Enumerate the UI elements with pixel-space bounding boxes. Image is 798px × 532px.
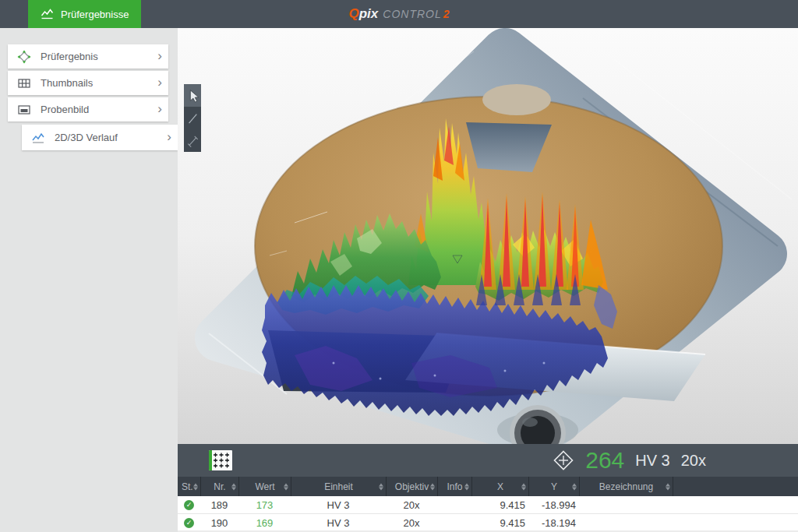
col-label: Bezeichnung [599, 481, 653, 492]
cell-info [437, 496, 471, 513]
logo-q: Q [348, 6, 358, 22]
app-header: Prüfergebnisse Qpix CONTROL 2 [0, 0, 798, 28]
sidebar: Prüfergebnis › Thumbnails › Probenbild › [0, 28, 178, 532]
col-label: Info [447, 481, 462, 492]
cell-y: -18.994 [528, 496, 579, 513]
cell-objektiv: 20x [386, 496, 437, 513]
chevron-right-icon: › [157, 49, 162, 62]
col-label: St. [182, 481, 193, 492]
cell-wert: 173 [256, 499, 274, 511]
qpix-control-app: Prüfergebnisse Qpix CONTROL 2 Prüfergebn… [0, 0, 798, 532]
logo-product: CONTROL [383, 8, 441, 20]
sidebar-item-label: Thumbnails [41, 77, 157, 89]
sort-icon [193, 483, 198, 490]
sidebar-item-thumbnails[interactable]: Thumbnails › [8, 71, 168, 95]
col-label: Einheit [324, 481, 353, 492]
cell-bezeichnung [579, 496, 673, 513]
col-header-einheit[interactable]: Einheit [291, 477, 386, 496]
table-row[interactable]: ✓ 189 173 HV 3 20x 9.415 -18.994 [178, 496, 798, 514]
image-icon [17, 103, 31, 117]
chevron-right-icon: › [157, 102, 162, 115]
sort-icon [284, 483, 288, 490]
col-header-info[interactable]: Info [437, 477, 471, 496]
table-row[interactable]: ✓ 190 169 HV 3 20x 9.415 -18.194 [178, 514, 798, 532]
col-header-y[interactable]: Y [528, 477, 579, 496]
check-icon: ✓ [184, 518, 194, 528]
logo-version: 2 [443, 8, 450, 20]
sample-photo-3d-surface [178, 28, 798, 444]
test-grid-button[interactable] [209, 450, 232, 470]
sample-image-viewer[interactable] [178, 28, 798, 444]
sidebar-item-probenbild[interactable]: Probenbild › [8, 97, 168, 122]
grid-pattern-icon [212, 452, 231, 469]
results-table-header: St. Nr. Wert Einheit Objektiv Info X Y [178, 477, 798, 496]
cell-einheit: HV 3 [291, 496, 386, 513]
col-header-wert[interactable]: Wert [238, 477, 291, 496]
sidebar-item-pruefergebnis[interactable]: Prüfergebnis › [8, 44, 168, 69]
sort-icon [521, 483, 526, 490]
objective-zoom: 20x [681, 452, 706, 470]
hardness-value: 264 [585, 447, 624, 474]
col-header-nr[interactable]: Nr. [200, 477, 238, 496]
tab-label: Prüfergebnisse [61, 9, 129, 20]
hardness-scale: HV 3 [635, 452, 669, 470]
indentation-diamond-icon [17, 50, 31, 64]
sort-icon [464, 483, 469, 490]
line-tool-icon [186, 110, 199, 127]
status-toolbar: 264 HV 3 20x [178, 444, 798, 477]
chevron-right-icon: › [167, 130, 171, 143]
hardness-reading: 264 HV 3 20x [553, 447, 798, 474]
sort-icon [572, 483, 577, 490]
col-header-objektiv[interactable]: Objektiv [386, 477, 437, 496]
logo-pix: pix [359, 6, 379, 22]
indenter-diamond-icon [553, 449, 574, 471]
measure-tool-button[interactable] [184, 129, 201, 152]
line-chart-icon [31, 131, 45, 145]
cell-info [437, 514, 471, 531]
col-header-filler [673, 477, 798, 496]
sort-icon [666, 483, 670, 490]
cell-nr: 190 [200, 514, 238, 531]
sort-icon [379, 483, 383, 490]
col-label: Y [551, 481, 557, 492]
tab-pruefergebnisse[interactable]: Prüfergebnisse [28, 0, 141, 28]
measure-tool-icon [186, 132, 199, 150]
sort-icon [231, 483, 236, 490]
col-label: X [497, 481, 503, 492]
col-label: Objektiv [395, 481, 429, 492]
chevron-right-icon: › [157, 76, 162, 89]
col-header-st[interactable]: St. [178, 477, 200, 496]
cell-nr: 189 [200, 496, 238, 513]
col-label: Nr. [214, 481, 225, 492]
sidebar-item-label: Prüfergebnis [41, 51, 157, 62]
col-header-x[interactable]: X [471, 477, 528, 496]
col-header-bezeichnung[interactable]: Bezeichnung [579, 477, 673, 496]
cell-bezeichnung [579, 514, 673, 531]
cell-x: 9.415 [471, 496, 528, 513]
viewer-toolstrip [184, 84, 201, 152]
col-label: Wert [255, 481, 274, 492]
sidebar-item-2d3d-verlauf[interactable]: 2D/3D Verlauf › [22, 125, 178, 150]
cell-wert: 169 [256, 517, 274, 529]
cursor-icon [186, 87, 199, 104]
cursor-tool-button[interactable] [184, 84, 201, 107]
cell-einheit: HV 3 [291, 514, 386, 531]
line-chart-icon [41, 8, 54, 20]
line-tool-button[interactable] [184, 107, 201, 129]
sidebar-item-label: Probenbild [41, 104, 157, 115]
cell-objektiv: 20x [386, 514, 437, 531]
cell-y: -18.194 [528, 514, 579, 531]
cell-x: 9.415 [471, 514, 528, 531]
grid-table-icon [17, 76, 31, 90]
sort-icon [430, 483, 435, 490]
check-icon: ✓ [184, 500, 194, 510]
sidebar-item-label: 2D/3D Verlauf [55, 132, 167, 143]
